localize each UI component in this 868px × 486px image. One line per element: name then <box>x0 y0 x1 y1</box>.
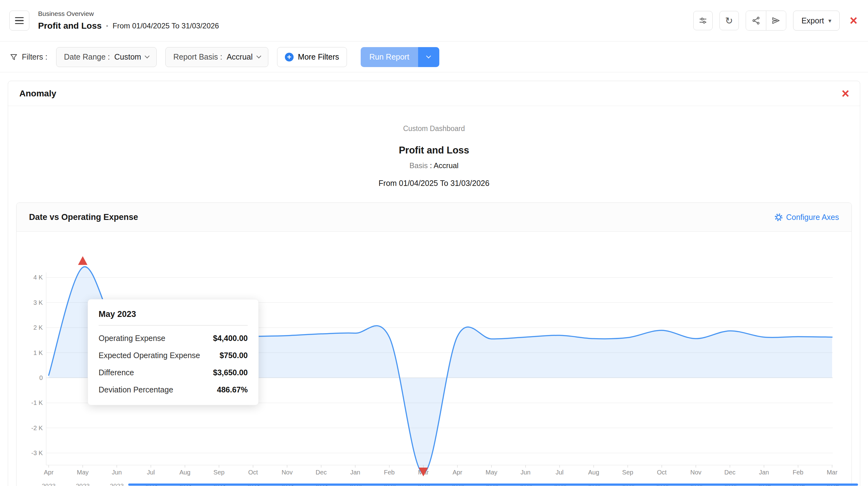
gear-icon <box>774 213 783 222</box>
svg-text:Jul: Jul <box>556 469 564 476</box>
export-label: Export <box>802 16 824 25</box>
svg-text:2023: 2023 <box>110 483 124 486</box>
svg-text:Jun: Jun <box>112 469 122 476</box>
chevron-down-icon: ▾ <box>828 17 832 24</box>
title-block: Business Overview Profit and Loss • From… <box>38 10 219 32</box>
svg-text:Jan: Jan <box>350 469 360 476</box>
dashboard-label: Custom Dashboard <box>8 124 860 133</box>
date-range-dropdown[interactable]: Date Range : Custom <box>56 47 157 67</box>
svg-text:Apr: Apr <box>453 469 462 476</box>
anomaly-close-button[interactable]: × <box>840 87 850 100</box>
svg-text:Jun: Jun <box>520 469 530 476</box>
anomaly-title: Anomaly <box>19 89 56 99</box>
svg-text:Nov: Nov <box>281 469 293 476</box>
svg-text:Feb: Feb <box>793 469 803 476</box>
svg-text:-1 K: -1 K <box>31 399 43 406</box>
share-button[interactable] <box>746 11 766 30</box>
chart-area: 4 K3 K2 K1 K0-1 K-2 K-3 KApr2023May2023J… <box>17 232 851 486</box>
chevron-down-icon <box>256 54 261 59</box>
customize-button[interactable] <box>693 11 713 30</box>
share-icon <box>752 16 761 25</box>
svg-text:Nov: Nov <box>690 469 702 476</box>
svg-text:Sep: Sep <box>213 469 225 476</box>
more-filters-button[interactable]: + More Filters <box>277 47 347 67</box>
svg-text:May: May <box>77 469 89 476</box>
refresh-icon: ↻ <box>725 15 733 26</box>
report-title: Profit and Loss <box>8 144 860 157</box>
svg-text:Oct: Oct <box>248 469 258 476</box>
configure-axes-link[interactable]: Configure Axes <box>774 213 839 222</box>
report-meta: Custom Dashboard Profit and Loss Basis :… <box>8 106 860 188</box>
svg-text:Aug: Aug <box>179 469 191 476</box>
chart-header: Date vs Operating Expense Configure Axes <box>17 203 851 232</box>
hamburger-menu-button[interactable] <box>9 10 29 31</box>
tooltip-row: Deviation Percentage 486.67% <box>99 385 248 394</box>
breadcrumb: Business Overview <box>38 10 219 18</box>
header-actions: ↻ Export <box>693 10 859 31</box>
sliders-icon <box>698 16 708 25</box>
page-title: Profit and Loss <box>38 20 102 32</box>
tooltip-title: May 2023 <box>99 309 248 319</box>
filter-bar: Filters : Date Range : Custom Report Bas… <box>0 42 868 72</box>
filters-label: Filters : <box>9 53 48 61</box>
svg-text:Dec: Dec <box>316 469 327 476</box>
svg-text:1 K: 1 K <box>33 349 43 356</box>
tooltip-row: Difference $3,650.00 <box>99 368 248 377</box>
basis-line: Basis : Accrual <box>8 161 860 170</box>
anomaly-header: Anomaly × <box>8 81 860 106</box>
bullet-separator: • <box>106 23 108 30</box>
chart-tooltip: May 2023 Operating Expense $4,400.00 Exp… <box>88 299 259 405</box>
svg-text:May: May <box>486 469 497 476</box>
run-report-dropdown-button[interactable] <box>418 47 439 67</box>
chart-title: Date vs Operating Expense <box>29 213 138 222</box>
svg-text:Jul: Jul <box>147 469 155 476</box>
chart-card: Date vs Operating Expense Configure Axes… <box>16 202 852 486</box>
svg-text:2023: 2023 <box>42 483 56 486</box>
tooltip-row: Expected Operating Expense $750.00 <box>99 351 248 360</box>
svg-text:Mar: Mar <box>827 469 838 476</box>
close-report-button[interactable]: × <box>848 14 859 27</box>
tooltip-row: Operating Expense $4,400.00 <box>99 334 248 343</box>
svg-text:-3 K: -3 K <box>31 450 43 456</box>
report-date-range: From 01/04/2025 To 31/03/2026 <box>8 179 860 188</box>
svg-text:Dec: Dec <box>724 469 736 476</box>
svg-text:Feb: Feb <box>384 469 394 476</box>
anomaly-panel: Anomaly × Custom Dashboard Profit and Lo… <box>8 81 860 486</box>
chevron-down-icon <box>426 54 431 59</box>
export-button[interactable]: Export ▾ <box>793 10 840 31</box>
chevron-down-icon <box>145 54 150 59</box>
svg-text:4 K: 4 K <box>33 274 43 281</box>
svg-text:2023: 2023 <box>76 483 90 486</box>
svg-text:Apr: Apr <box>44 469 53 476</box>
plus-icon: + <box>285 53 293 61</box>
svg-text:Aug: Aug <box>588 469 599 476</box>
svg-text:0: 0 <box>39 374 43 381</box>
paper-plane-icon <box>772 16 780 25</box>
header-date-range: From 01/04/2025 To 31/03/2026 <box>113 22 219 30</box>
report-basis-dropdown[interactable]: Report Basis : Accrual <box>165 47 268 67</box>
svg-text:-2 K: -2 K <box>31 425 43 431</box>
header: Business Overview Profit and Loss • From… <box>0 0 868 41</box>
svg-text:Jan: Jan <box>759 469 769 476</box>
filter-funnel-icon <box>9 53 18 61</box>
svg-text:3 K: 3 K <box>33 299 43 306</box>
svg-text:2 K: 2 K <box>33 324 43 331</box>
run-report-split-button: Run Report <box>361 47 439 67</box>
horizontal-scrollbar[interactable] <box>128 484 858 486</box>
run-report-button[interactable]: Run Report <box>361 47 418 67</box>
svg-text:Sep: Sep <box>622 469 633 476</box>
refresh-button[interactable]: ↻ <box>719 11 739 30</box>
share-send-group <box>746 10 786 31</box>
send-button[interactable] <box>766 11 786 30</box>
svg-text:Oct: Oct <box>657 469 667 476</box>
hamburger-icon <box>15 17 24 19</box>
